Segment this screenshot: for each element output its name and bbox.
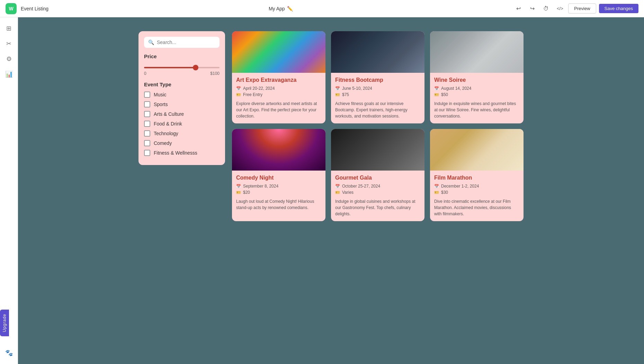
event-meta-1: 📅 June 5-10, 2024 🎫 $75: [335, 86, 420, 97]
event-price-2: 🎫 $50: [434, 92, 519, 97]
checkbox-box[interactable]: [144, 130, 150, 137]
checkbox-label: Fitness & Wellnesss: [154, 150, 197, 156]
events-grid: Art Expo Extravaganza 📅 April 20-22, 202…: [232, 31, 524, 221]
calendar-icon: 📅: [434, 86, 439, 91]
event-body-3: Comedy Night 📅 September 8, 2024 🎫 $20 L…: [232, 171, 325, 215]
event-card-0: Art Expo Extravaganza 📅 April 20-22, 202…: [232, 31, 325, 123]
topbar-right: ↩ ↪ ⏱ </> Preview Save changes: [513, 3, 638, 14]
checkbox-item-fitness-&-wellnesss[interactable]: Fitness & Wellnesss: [144, 150, 220, 156]
event-image-5: [430, 129, 524, 171]
checkboxes-container: Music Sports Arts & Culture Food & Drink…: [144, 92, 220, 156]
date-text-0: April 20-22, 2024: [243, 86, 275, 91]
ticket-icon: 🎫: [236, 190, 241, 195]
checkbox-item-arts-&-culture[interactable]: Arts & Culture: [144, 111, 220, 117]
sidebar-item-bottom[interactable]: 🐾: [2, 346, 16, 360]
event-price-3: 🎫 $20: [236, 190, 321, 195]
price-text-5: $30: [441, 190, 448, 195]
event-date-2: 📅 August 14, 2024: [434, 86, 519, 91]
sidebar-item-analytics[interactable]: 📊: [2, 67, 16, 81]
search-input[interactable]: [157, 40, 215, 45]
event-meta-4: 📅 October 25-27, 2024 🎫 Varies: [335, 184, 420, 195]
price-slider[interactable]: [144, 67, 220, 68]
date-text-2: August 14, 2024: [441, 86, 471, 91]
app-name: My App: [269, 6, 285, 11]
checkbox-item-comedy[interactable]: Comedy: [144, 140, 220, 146]
event-desc-3: Laugh out loud at Comedy Night! Hilariou…: [236, 198, 321, 211]
checkbox-item-music[interactable]: Music: [144, 92, 220, 98]
topbar: W Event Listing My App ✏️ ↩ ↪ ⏱ </> Prev…: [0, 0, 644, 17]
filter-panel: 🔍 Price 0 $100 Event Type Music Sp: [138, 31, 225, 165]
event-date-5: 📅 December 1-2, 2024: [434, 184, 519, 189]
event-image-4: [331, 129, 424, 171]
undo-button[interactable]: ↩: [513, 3, 524, 14]
price-min: 0: [144, 71, 146, 76]
event-title-2: Wine Soiree: [434, 77, 519, 83]
calendar-icon: 📅: [434, 184, 439, 189]
event-price-5: 🎫 $30: [434, 190, 519, 195]
price-range-section: Price 0 $100: [144, 53, 220, 76]
upgrade-button[interactable]: Upgrade: [0, 310, 9, 336]
checkbox-label: Food & Drink: [154, 121, 182, 127]
event-meta-0: 📅 April 20-22, 2024 🎫 Free Entry: [236, 86, 321, 97]
event-type-title: Event Type: [144, 81, 220, 87]
event-price-0: 🎫 Free Entry: [236, 92, 321, 97]
checkbox-box[interactable]: [144, 101, 150, 107]
event-price-4: 🎫 Varies: [335, 190, 420, 195]
topbar-center: My App ✏️: [53, 6, 509, 11]
redo-button[interactable]: ↪: [527, 3, 538, 14]
main-layout: ⊞ ✂ ⚙ 📊 🐾 🔍 Price 0 $100: [0, 17, 644, 364]
price-max: $100: [210, 71, 220, 76]
ticket-icon: 🎫: [236, 93, 241, 97]
event-card-1: Fitness Bootcamp 📅 June 5-10, 2024 🎫 $75…: [331, 31, 424, 123]
checkbox-box[interactable]: [144, 150, 150, 156]
price-text-1: $75: [342, 92, 349, 97]
checkbox-item-sports[interactable]: Sports: [144, 101, 220, 107]
event-desc-0: Explore diverse artworks and meet artist…: [236, 101, 321, 119]
event-meta-5: 📅 December 1-2, 2024 🎫 $30: [434, 184, 519, 195]
sidebar-item-settings[interactable]: ⚙: [2, 52, 16, 66]
checkbox-label: Music: [154, 92, 167, 97]
checkbox-label: Technology: [154, 131, 178, 136]
price-text-3: $20: [243, 190, 250, 195]
ticket-icon: 🎫: [335, 93, 340, 97]
event-date-3: 📅 September 8, 2024: [236, 184, 321, 189]
price-title: Price: [144, 53, 220, 59]
event-card-2: Wine Soiree 📅 August 14, 2024 🎫 $50 Indu…: [430, 31, 524, 123]
date-text-1: June 5-10, 2024: [342, 86, 372, 91]
checkbox-label: Arts & Culture: [154, 111, 184, 117]
event-body-1: Fitness Bootcamp 📅 June 5-10, 2024 🎫 $75…: [331, 73, 424, 123]
event-meta-3: 📅 September 8, 2024 🎫 $20: [236, 184, 321, 195]
code-button[interactable]: </>: [554, 3, 565, 14]
sidebar-item-tools[interactable]: ✂: [2, 37, 16, 51]
event-title-0: Art Expo Extravaganza: [236, 77, 321, 83]
edit-icon[interactable]: ✏️: [287, 6, 293, 11]
event-meta-2: 📅 August 14, 2024 🎫 $50: [434, 86, 519, 97]
event-date-0: 📅 April 20-22, 2024: [236, 86, 321, 91]
event-date-1: 📅 June 5-10, 2024: [335, 86, 420, 91]
checkbox-box[interactable]: [144, 121, 150, 127]
event-card-4: Gourmet Gala 📅 October 25-27, 2024 🎫 Var…: [331, 129, 424, 221]
event-body-2: Wine Soiree 📅 August 14, 2024 🎫 $50 Indu…: [430, 73, 524, 123]
history-button[interactable]: ⏱: [540, 3, 552, 14]
event-image-1: [331, 31, 424, 73]
checkbox-item-food-&-drink[interactable]: Food & Drink: [144, 121, 220, 127]
sidebar-bottom: 🐾: [2, 346, 16, 360]
event-title-4: Gourmet Gala: [335, 175, 420, 181]
event-title-1: Fitness Bootcamp: [335, 77, 420, 83]
calendar-icon: 📅: [236, 184, 241, 189]
save-button[interactable]: Save changes: [599, 4, 638, 13]
event-image-3: [232, 129, 325, 171]
app-logo: W: [6, 3, 17, 14]
price-text-2: $50: [441, 92, 448, 97]
checkbox-box[interactable]: [144, 111, 150, 117]
price-labels: 0 $100: [144, 71, 220, 76]
price-text-0: Free Entry: [243, 92, 262, 97]
preview-button[interactable]: Preview: [568, 3, 596, 14]
checkbox-box[interactable]: [144, 140, 150, 146]
event-price-1: 🎫 $75: [335, 92, 420, 97]
sidebar-item-grid[interactable]: ⊞: [2, 21, 16, 35]
ticket-icon: 🎫: [335, 190, 340, 195]
checkbox-item-technology[interactable]: Technology: [144, 130, 220, 137]
checkbox-box[interactable]: [144, 92, 150, 98]
event-body-0: Art Expo Extravaganza 📅 April 20-22, 202…: [232, 73, 325, 123]
